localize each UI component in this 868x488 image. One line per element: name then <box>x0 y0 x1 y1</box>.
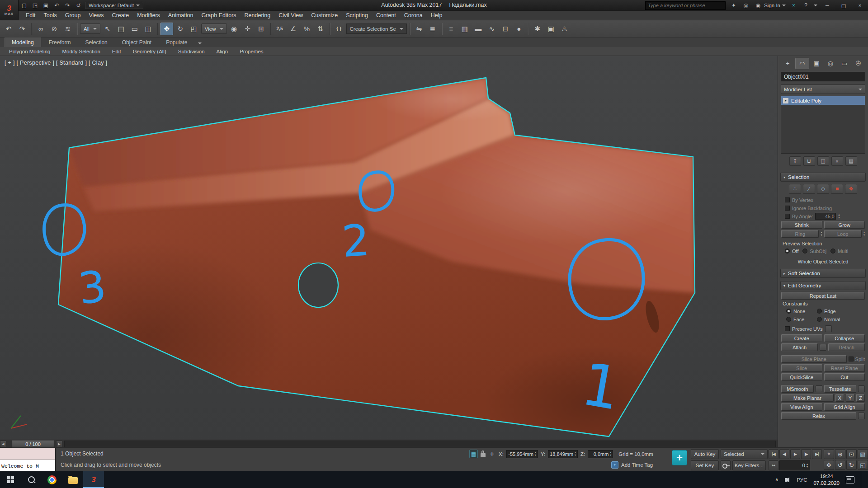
by-angle-checkbox[interactable]: By Angle: 45,0 ▴▾ <box>781 213 865 220</box>
grow-button[interactable]: Grow <box>824 221 865 229</box>
object-name-field[interactable]: Object001 <box>781 72 865 81</box>
tessellate-button[interactable]: Tessellate <box>824 385 857 393</box>
taskbar-chrome-button[interactable] <box>42 471 62 488</box>
attach-button[interactable]: Attach <box>781 343 818 351</box>
redo-icon[interactable]: ↷ <box>16 23 28 35</box>
shrink-button[interactable]: Shrink <box>781 221 822 229</box>
orbit-ccw-icon[interactable]: ↺ <box>835 460 845 470</box>
maxscript-mini-listener[interactable]: Welcome to M <box>0 448 56 472</box>
selection-rollout-header[interactable]: ▾ Selection <box>780 173 866 182</box>
border-mode-icon[interactable]: ◇ <box>817 184 829 194</box>
use-pivot-center-icon[interactable]: ◉ <box>228 23 241 35</box>
new-scene-icon[interactable]: ▢ <box>20 1 28 10</box>
display-tab-icon[interactable]: ▭ <box>838 58 851 68</box>
listener-script-pane[interactable]: Welcome to M <box>0 460 55 472</box>
action-center-icon[interactable] <box>846 476 854 483</box>
undo-icon[interactable]: ↶ <box>52 1 61 10</box>
select-by-name-icon[interactable]: ▤ <box>115 23 127 35</box>
select-and-move-icon[interactable]: ✥ <box>160 23 173 35</box>
element-mode-icon[interactable]: ❖ <box>845 184 857 194</box>
panel-align[interactable]: Align <box>212 48 233 55</box>
render-setup-icon[interactable]: ✱ <box>531 23 544 35</box>
detach-button[interactable]: Detach <box>828 343 865 351</box>
pan-icon[interactable]: ✥ <box>824 460 834 470</box>
remove-modifier-icon[interactable]: × <box>831 156 843 166</box>
z-coordinate-field[interactable]: 0,0mm ▴▾ <box>588 450 613 458</box>
save-file-icon[interactable]: ▣ <box>42 1 50 10</box>
preview-multi-radio[interactable]: Multi <box>830 248 848 254</box>
menu-graph-editors[interactable]: Graph Editors <box>197 11 240 19</box>
constraint-edge-radio[interactable]: Edge <box>817 308 836 314</box>
menu-group[interactable]: Group <box>61 11 85 19</box>
named-selection-set-combo[interactable]: Create Selection Se <box>346 23 407 34</box>
x-coordinate-field[interactable]: -55,954mm ▴▾ <box>506 450 538 458</box>
menu-create[interactable]: Create <box>108 11 133 19</box>
spinner-icon[interactable]: ▴▾ <box>575 451 576 456</box>
time-slider-handle[interactable]: 0 / 100 <box>12 441 54 447</box>
loop-button[interactable]: Loop <box>824 230 862 238</box>
scene-explorer-icon[interactable]: ≡ <box>445 23 458 35</box>
ribbon-toggle-icon[interactable]: ▬ <box>472 23 485 35</box>
constraint-normal-radio[interactable]: Normal <box>817 316 840 323</box>
schematic-view-icon[interactable]: ⊟ <box>499 23 512 35</box>
play-button[interactable]: ▶ <box>790 449 800 459</box>
spinner-icon[interactable]: ▴▾ <box>807 463 808 468</box>
preview-off-radio[interactable]: Off <box>785 248 798 254</box>
close-button[interactable]: × <box>854 1 866 10</box>
ribbon-tab-selection[interactable]: Selection <box>78 38 114 47</box>
utilities-tab-icon[interactable]: ✇ <box>852 58 865 68</box>
render-production-icon[interactable]: ♨ <box>558 23 571 35</box>
search-input[interactable] <box>646 3 725 8</box>
reset-plane-button[interactable]: Reset Plane <box>824 364 865 372</box>
slice-plane-button[interactable]: Slice Plane <box>781 355 847 363</box>
align-icon[interactable]: ≣ <box>426 23 439 35</box>
planar-z-button[interactable]: Z <box>856 394 865 402</box>
modifier-list-dropdown[interactable]: Modifier List <box>781 84 865 94</box>
favorites-icon[interactable]: ✦ <box>729 1 738 10</box>
planar-y-button[interactable]: Y <box>846 394 854 402</box>
by-angle-value-field[interactable]: 45,0 <box>815 213 836 220</box>
listener-macro-pane[interactable] <box>0 448 55 460</box>
attach-settings-icon[interactable] <box>820 344 826 351</box>
redo-icon[interactable]: ↷ <box>63 1 72 10</box>
spinner-icon[interactable]: ▴▾ <box>838 214 840 219</box>
current-frame-field[interactable]: 0 ▴▾ <box>779 460 810 470</box>
fetch-icon[interactable]: ↺ <box>74 1 83 10</box>
planar-x-button[interactable]: X <box>835 394 844 402</box>
next-frame-button[interactable]: |▶ <box>801 449 811 459</box>
panel-edit[interactable]: Edit <box>108 48 126 55</box>
taskbar-clock[interactable]: 19:24 07.02.2020 <box>813 473 840 487</box>
mirror-icon[interactable]: ⇋ <box>413 23 425 35</box>
cut-button[interactable]: Cut <box>824 373 865 381</box>
modifier-stack[interactable]: ▸ Editable Poly <box>781 96 865 154</box>
relax-settings-icon[interactable] <box>858 413 865 419</box>
menu-customize[interactable]: Customize <box>307 11 342 19</box>
zoom-extents-icon[interactable]: ⊡ <box>846 449 857 459</box>
a360-icon[interactable]: × <box>789 1 798 10</box>
by-vertex-checkbox[interactable]: By Vertex <box>781 197 865 203</box>
time-slider-track[interactable] <box>64 441 776 447</box>
unlink-selection-icon[interactable]: ⊘ <box>48 23 61 35</box>
ignore-backfacing-checkbox[interactable]: Ignore Backfacing <box>781 205 865 211</box>
menu-edit[interactable]: Edit <box>22 11 40 19</box>
preserve-uvs-settings-icon[interactable] <box>825 325 832 332</box>
panel-geometry-all[interactable]: Geometry (All) <box>128 48 171 55</box>
ribbon-tab-object-paint[interactable]: Object Paint <box>115 38 158 47</box>
menu-civil-view[interactable]: Civil View <box>274 11 307 19</box>
make-planar-button[interactable]: Make Planar <box>781 394 834 402</box>
tray-expand-icon[interactable]: ∧ <box>775 477 778 483</box>
selection-filter-dropdown[interactable]: All <box>80 23 100 34</box>
start-button[interactable] <box>0 471 21 488</box>
time-back-button[interactable]: ◀ <box>0 441 6 447</box>
rectangular-selection-icon[interactable]: ▭ <box>128 23 141 35</box>
slice-button[interactable]: Slice <box>781 364 822 372</box>
key-set-dropdown[interactable]: Selected <box>721 449 768 459</box>
sign-in-button[interactable]: ◉ Sign In <box>754 1 786 10</box>
hierarchy-tab-icon[interactable]: ▣ <box>810 58 823 68</box>
panel-properties[interactable]: Properties <box>235 48 268 55</box>
angle-snap-icon[interactable]: ∠ <box>287 23 300 35</box>
collapse-button[interactable]: Collapse <box>824 334 865 342</box>
maximize-viewport-icon[interactable]: ◱ <box>858 460 868 470</box>
make-unique-icon[interactable]: ◫ <box>817 156 829 166</box>
select-and-manipulate-icon[interactable]: ✛ <box>241 23 254 35</box>
